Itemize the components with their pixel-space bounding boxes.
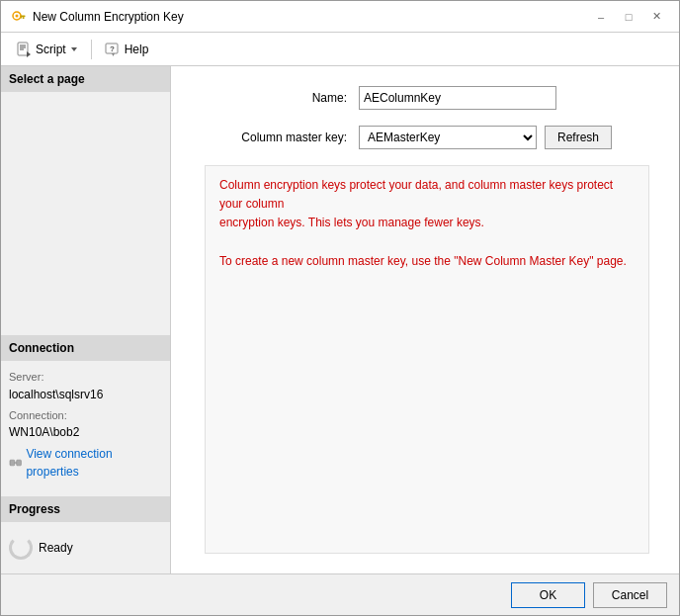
view-connection-label: View connection properties [26,445,162,481]
view-connection-link[interactable]: View connection properties [9,445,162,481]
ok-button[interactable]: OK [511,582,585,608]
svg-rect-4 [21,17,23,19]
progress-section: Progress Ready [1,496,170,573]
script-button[interactable]: Script [9,38,85,61]
content-area: Name: Column master key: AEMasterKey Ref… [171,66,679,573]
title-controls: – □ ✕ [588,7,669,27]
progress-header: Progress [1,496,170,522]
svg-marker-9 [27,51,31,57]
master-key-select-wrap: AEMasterKey Refresh [359,126,612,149]
svg-rect-14 [10,460,15,466]
name-row: Name: [201,86,649,110]
info-text-1: Column encryption keys protect your data… [219,176,635,233]
progress-row: Ready [9,530,162,566]
title-bar: New Column Encryption Key – □ ✕ [1,1,679,33]
info-text-2: To create a new column master key, use t… [219,252,635,271]
svg-text:?: ? [110,44,115,53]
connection-header: Connection [1,335,170,361]
svg-marker-10 [71,47,77,51]
window: New Column Encryption Key – □ ✕ Script [0,0,680,616]
connection-value: WN10A\bob2 [9,423,162,441]
close-button[interactable]: ✕ [643,7,669,27]
help-icon: ? [105,42,121,57]
footer: OK Cancel [1,573,679,615]
main-content: Select a page Connection Server: localho… [1,66,679,573]
connection-icon [9,456,22,470]
connection-label: Connection: [9,407,162,424]
title-bar-left: New Column Encryption Key [11,9,184,25]
script-label: Script [36,43,66,56]
progress-status: Ready [39,539,73,557]
svg-marker-13 [112,53,115,56]
svg-rect-15 [17,460,22,466]
toolbar: Script ? Help [1,33,679,66]
connection-section: Connection Server: localhost\sqlsrv16 Co… [1,335,170,488]
maximize-button[interactable]: □ [616,7,641,27]
server-value: localhost\sqlsrv16 [9,386,162,403]
progress-content: Ready [1,522,170,573]
svg-point-1 [16,14,19,17]
script-icon [16,42,32,57]
master-key-label: Column master key: [201,131,359,144]
sidebar-pages [1,92,170,335]
spinner-icon [9,536,33,560]
master-key-row: Column master key: AEMasterKey Refresh [201,126,649,149]
svg-rect-2 [21,15,26,17]
key-icon [11,9,27,25]
name-input[interactable] [359,86,556,110]
refresh-button[interactable]: Refresh [545,126,612,149]
connection-content: Server: localhost\sqlsrv16 Connection: W… [1,361,170,488]
svg-rect-3 [23,17,25,19]
info-box: Column encryption keys protect your data… [205,165,649,554]
master-key-select[interactable]: AEMasterKey [359,126,537,149]
sidebar: Select a page Connection Server: localho… [1,66,171,573]
server-label: Server: [9,369,162,386]
minimize-button[interactable]: – [588,7,614,27]
help-button[interactable]: ? Help [98,38,156,61]
pages-header: Select a page [1,66,170,92]
help-label: Help [125,43,149,56]
name-label: Name: [201,91,359,105]
toolbar-separator [91,40,92,59]
window-title: New Column Encryption Key [33,10,184,24]
script-dropdown-icon [70,45,78,53]
cancel-button[interactable]: Cancel [593,582,667,608]
